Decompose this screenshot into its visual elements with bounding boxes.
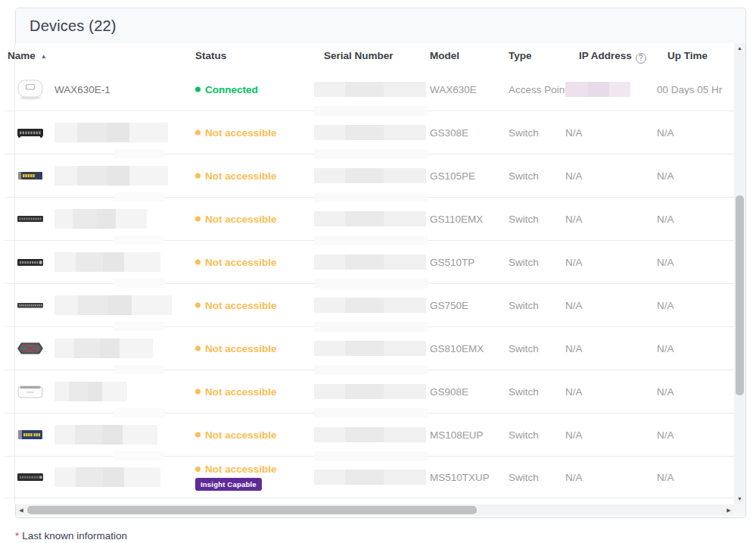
redacted-device-name — [54, 209, 147, 229]
device-row[interactable]: WAX630E-1ConnectedWAX630EAccess Point00 … — [5, 68, 734, 111]
device-row[interactable]: Not accessibleGS308ESwitchN/AN/A — [5, 111, 734, 154]
status-cell: Connected — [195, 84, 258, 95]
status-dot-icon — [195, 260, 201, 265]
redaction-band — [314, 451, 428, 461]
page-title: Devices (22) — [30, 17, 117, 35]
column-header-serial-number[interactable]: Serial Number — [324, 43, 394, 68]
redaction-band — [114, 149, 165, 158]
model-cell: MS108EUP — [430, 429, 484, 441]
uptime-cell: N/A — [657, 127, 725, 139]
ip-address-cell: N/A — [565, 127, 583, 139]
device-row[interactable]: Not accessibleGS908ESwitchN/AN/A — [5, 370, 734, 413]
scroll-left-icon[interactable]: ◀ — [16, 504, 26, 516]
ip-address-cell: N/A — [565, 170, 583, 182]
redacted-serial-number — [314, 82, 426, 97]
column-header-model[interactable]: Model — [430, 43, 459, 68]
horizontal-scrollbar[interactable]: ◀ ▶ — [16, 504, 734, 516]
status-dot-icon — [195, 217, 201, 222]
type-cell: Switch — [509, 429, 539, 441]
redaction-band — [314, 149, 428, 159]
device-row[interactable]: Not accessibleInsight CapableMS510TXUPSw… — [5, 457, 734, 498]
redaction-band — [114, 408, 165, 417]
ip-address-cell: N/A — [565, 386, 583, 398]
redaction-band — [314, 236, 428, 245]
vertical-scrollbar-thumb[interactable] — [736, 195, 744, 395]
vertical-scrollbar[interactable]: ▲ ▼ — [734, 43, 745, 504]
model-cell: WAX630E — [430, 84, 477, 95]
status-label: Not accessible — [205, 463, 277, 475]
device-row[interactable]: Not accessibleGS105PESwitchN/AN/A — [5, 154, 734, 198]
redaction-band — [314, 279, 428, 289]
device-name: WAX630E-1 — [54, 84, 110, 95]
devices-panel-header: Devices (22) — [16, 8, 745, 44]
model-cell: GS110EMX — [430, 214, 483, 225]
uptime-cell: N/A — [657, 386, 725, 398]
model-cell: MS510TXUP — [430, 472, 490, 483]
model-cell: GS308E — [430, 127, 468, 139]
footnote-asterisk: * — [15, 530, 19, 541]
status-label: Not accessible — [205, 429, 277, 441]
ip-address-cell: N/A — [565, 472, 583, 483]
gaming-switch-gs810emx-icon — [15, 336, 45, 360]
type-cell: Switch — [509, 257, 539, 268]
device-row[interactable]: Not accessibleGS510TPSwitchN/AN/A — [5, 241, 734, 284]
status-dot-icon — [195, 87, 201, 92]
type-cell: Switch — [509, 300, 539, 311]
ip-address-cell: N/A — [565, 429, 583, 441]
horizontal-scrollbar-thumb[interactable] — [27, 506, 477, 514]
insight-capable-badge: Insight Capable — [195, 478, 262, 491]
switch-ms108eup-icon — [15, 423, 45, 447]
device-row[interactable]: Not accessibleMS108EUPSwitchN/AN/A — [5, 413, 734, 457]
redacted-serial-number — [314, 427, 426, 442]
switch-ms510txup-icon — [15, 465, 45, 489]
sort-asc-icon: ▲ — [41, 53, 47, 60]
device-row[interactable]: Not accessibleGS750ESwitchN/AN/A — [5, 284, 734, 327]
status-cell: Not accessible — [195, 214, 277, 225]
redaction-band — [314, 408, 428, 418]
redacted-device-name — [54, 295, 172, 315]
last-known-information-note: *Last known information — [15, 530, 127, 541]
redacted-serial-number — [314, 341, 426, 356]
scroll-up-icon[interactable]: ▲ — [734, 43, 745, 54]
scroll-right-icon[interactable]: ▶ — [723, 504, 734, 516]
model-cell: GS510TP — [430, 257, 474, 268]
help-icon[interactable]: ? — [636, 53, 646, 64]
status-dot-icon — [195, 303, 201, 308]
redacted-serial-number — [314, 125, 426, 140]
redacted-serial-number — [314, 298, 426, 313]
switch-gs908e-icon — [15, 379, 45, 404]
type-cell: Access Point — [509, 84, 568, 95]
redacted-device-name — [54, 123, 168, 142]
status-label: Not accessible — [205, 257, 277, 268]
column-header-type[interactable]: Type — [509, 43, 532, 68]
redaction-band — [114, 322, 165, 331]
switch-gs750e-icon — [15, 293, 45, 317]
uptime-cell: N/A — [657, 472, 725, 483]
column-header-up-time[interactable]: Up Time — [667, 43, 708, 68]
uptime-cell: N/A — [657, 257, 725, 268]
uptime-cell: N/A — [657, 300, 725, 311]
redaction-band — [314, 365, 428, 375]
scroll-down-icon[interactable]: ▼ — [734, 494, 745, 504]
redaction-band — [114, 236, 165, 245]
switch-gs110emx-icon — [15, 207, 45, 231]
redacted-serial-number — [314, 168, 426, 183]
redacted-device-name — [54, 339, 153, 358]
ip-address-cell: N/A — [565, 214, 583, 225]
switch-gs510tp-icon — [15, 250, 45, 274]
redacted-serial-number — [314, 384, 426, 399]
redacted-device-name — [54, 166, 168, 186]
uptime-cell: N/A — [657, 429, 725, 441]
type-cell: Switch — [509, 343, 539, 354]
device-row[interactable]: Not accessibleGS810EMXSwitchN/AN/A — [5, 327, 734, 370]
status-cell: Not accessible — [195, 343, 277, 354]
status-label: Not accessible — [205, 300, 277, 311]
column-header-name[interactable]: Name▲ — [8, 43, 47, 69]
status-label: Not accessible — [205, 386, 277, 398]
column-header-ip-address[interactable]: IP Address? — [579, 43, 646, 68]
status-dot-icon — [195, 346, 201, 351]
device-row[interactable]: Not accessibleGS110EMXSwitchN/AN/A — [5, 198, 734, 241]
status-cell: Not accessible — [195, 429, 277, 441]
redacted-device-name — [54, 382, 127, 401]
column-header-status[interactable]: Status — [195, 43, 226, 68]
